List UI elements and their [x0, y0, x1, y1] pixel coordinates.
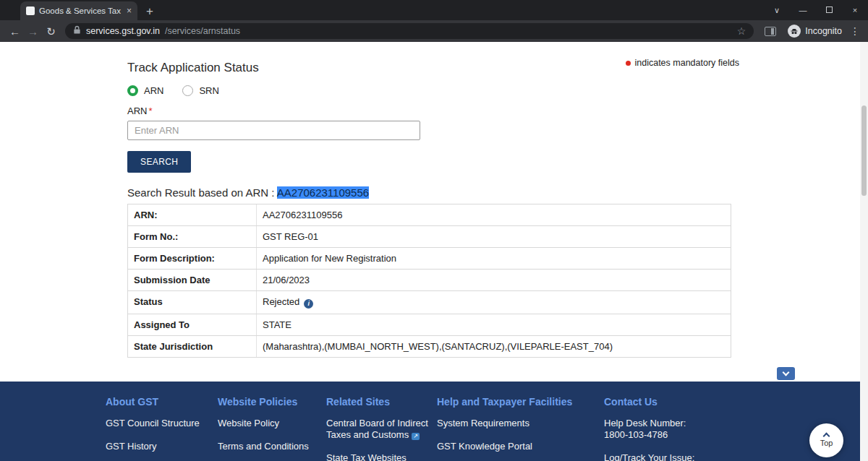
footer-link[interactable]: Help Desk Number: 1800-103-4786	[604, 418, 711, 441]
browser-toolbar: ← → ↻ services.gst.gov.in /services/arns…	[0, 20, 868, 42]
mandatory-note-text: indicates mandatory fields	[634, 58, 739, 68]
footer-heading: Related Sites	[326, 396, 428, 408]
top-button-label: Top	[820, 439, 833, 447]
row-label: Assigned To	[128, 314, 257, 335]
footer-heading: Contact Us	[604, 396, 711, 408]
footer-link[interactable]: Log/Track Your Issue:	[604, 452, 711, 461]
new-tab-button[interactable]: +	[146, 5, 153, 17]
row-value: GST REG-01	[257, 226, 731, 247]
tab-favicon-icon	[26, 7, 35, 15]
url-host: services.gst.gov.in	[86, 26, 160, 36]
radio-unselected-icon[interactable]	[182, 85, 193, 96]
address-bar[interactable]: services.gst.gov.in /services/arnstatus …	[65, 23, 754, 39]
chevron-down-icon	[783, 369, 790, 376]
result-prefix: Search Result based on ARN :	[127, 186, 277, 199]
scrollbar-thumb[interactable]	[861, 105, 867, 196]
back-icon[interactable]: ←	[6, 26, 24, 37]
footer-link[interactable]: Terms and Conditions	[218, 441, 318, 452]
footer-heading: About GST	[106, 396, 209, 408]
table-row: ARN:AA2706231109556	[128, 204, 731, 226]
footer-link[interactable]: System Requirements	[437, 418, 595, 429]
minimize-icon[interactable]: —	[790, 6, 816, 14]
browser-menu-icon[interactable]: ⋮	[848, 25, 862, 37]
forward-icon[interactable]: →	[24, 26, 42, 37]
incognito-avatar-icon	[788, 25, 801, 38]
external-link-icon: ↗	[412, 433, 420, 440]
row-label: Form No.:	[128, 226, 257, 247]
row-value: Rejectedi	[257, 291, 731, 314]
row-value: AA2706231109556	[257, 204, 731, 225]
row-label: State Jurisdiction	[128, 336, 257, 357]
footer-link[interactable]: Website Policy	[218, 418, 318, 429]
maximize-icon[interactable]	[816, 6, 842, 14]
side-panel-icon[interactable]	[765, 27, 776, 36]
table-row: Form No.:GST REG-01	[128, 226, 731, 248]
footer-column: Website PoliciesWebsite PolicyTerms and …	[218, 396, 326, 461]
result-table: ARN:AA2706231109556Form No.:GST REG-01Fo…	[127, 204, 731, 358]
footer-column: Related SitesCentral Board of Indirect T…	[326, 396, 437, 461]
footer-column: Help and Taxpayer FacilitiesSystem Requi…	[437, 396, 604, 461]
row-label: Status	[128, 291, 257, 314]
table-row: State Jurisdiction(Maharashtra),(MUMBAI_…	[128, 336, 731, 357]
footer-link[interactable]: GST Knowledge Portal	[437, 441, 595, 452]
row-value: 21/06/2023	[257, 270, 731, 290]
footer-column: Contact UsHelp Desk Number: 1800-103-478…	[604, 396, 720, 461]
table-row: Submission Date21/06/2023	[128, 270, 731, 291]
required-asterisk: *	[148, 105, 152, 116]
radio-arn-label: ARN	[144, 85, 163, 96]
row-value: STATE	[257, 314, 731, 335]
tab-strip: Goods & Services Tax (GST) | Trac × + ∨ …	[0, 0, 868, 20]
row-value: Application for New Registration	[257, 248, 731, 269]
reload-icon[interactable]: ↻	[42, 26, 60, 37]
radio-srn[interactable]: SRN	[182, 85, 218, 96]
incognito-label: Incognito	[805, 26, 842, 36]
table-row: Assigned ToSTATE	[128, 314, 731, 336]
scroll-down-button[interactable]	[777, 367, 795, 380]
table-row: StatusRejectedi	[128, 291, 731, 314]
incognito-badge: Incognito	[788, 25, 842, 38]
footer-heading: Help and Taxpayer Facilities	[437, 396, 595, 408]
browser-tab[interactable]: Goods & Services Tax (GST) | Trac ×	[20, 1, 137, 20]
close-window-icon[interactable]: ×	[842, 6, 868, 14]
footer-link[interactable]: State Tax Websites	[326, 452, 428, 461]
row-value: (Maharashtra),(MUMBAI_NORTH_WEST),(SANTA…	[257, 336, 731, 357]
row-label: ARN:	[128, 204, 257, 225]
page-scrollbar[interactable]	[860, 42, 868, 461]
browser-chrome: Goods & Services Tax (GST) | Trac × + ∨ …	[0, 0, 868, 42]
footer-column: About GSTGST Council StructureGST Histor…	[106, 396, 218, 461]
search-result-heading: Search Result based on ARN : AA270623110…	[127, 186, 739, 199]
search-type-radio-group: ARN SRN	[127, 85, 739, 96]
row-label: Form Description:	[128, 248, 257, 269]
mandatory-dot-icon	[626, 61, 631, 66]
row-label: Submission Date	[128, 270, 257, 290]
window-controls: ∨ — ×	[764, 0, 868, 20]
info-icon[interactable]: i	[304, 299, 313, 309]
table-row: Form Description:Application for New Reg…	[128, 248, 731, 270]
radio-srn-label: SRN	[199, 85, 218, 96]
lock-icon	[73, 25, 81, 38]
url-path: /services/arnstatus	[165, 26, 240, 36]
footer-heading: Website Policies	[218, 396, 318, 408]
arn-input[interactable]	[127, 121, 420, 140]
footer-link[interactable]: Central Board of Indirect Taxes and Cust…	[326, 418, 428, 441]
mandatory-fields-note: indicates mandatory fields	[626, 58, 739, 68]
page-footer: About GSTGST Council StructureGST Histor…	[0, 382, 868, 461]
result-arn-highlighted: AA2706231109556	[277, 186, 369, 199]
bookmark-star-icon[interactable]: ☆	[737, 25, 746, 37]
search-button[interactable]: SEARCH	[127, 151, 191, 173]
footer-link[interactable]: GST Council Structure	[106, 418, 209, 429]
radio-arn[interactable]: ARN	[127, 85, 163, 96]
arn-field-label: ARN*	[127, 105, 739, 116]
page-content: indicates mandatory fields Track Applica…	[0, 42, 868, 382]
footer-link[interactable]: GST History	[106, 441, 209, 452]
tab-close-icon[interactable]: ×	[127, 6, 132, 16]
radio-selected-icon[interactable]	[127, 85, 138, 96]
tab-title: Goods & Services Tax (GST) | Trac	[39, 7, 122, 15]
back-to-top-button[interactable]: Top	[809, 423, 843, 457]
tab-search-icon[interactable]: ∨	[764, 6, 790, 15]
